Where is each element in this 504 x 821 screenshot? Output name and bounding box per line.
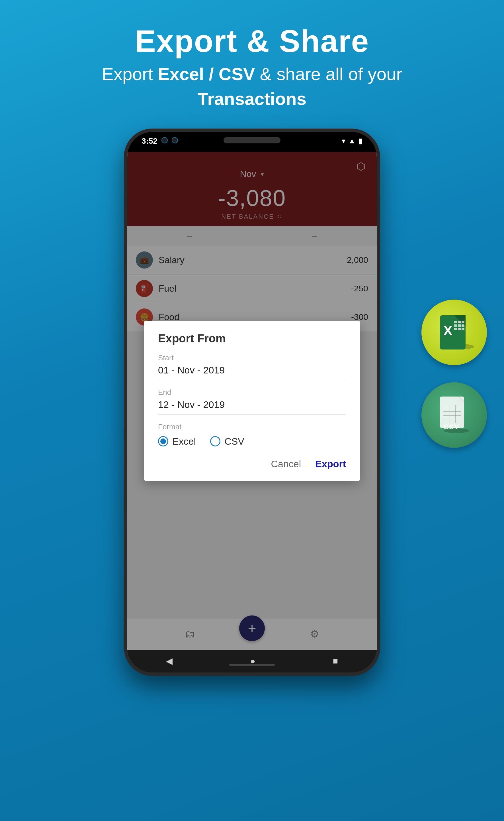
subtitle-text2: & share all of your xyxy=(255,64,402,84)
phone-bottom-indicator xyxy=(229,664,275,666)
back-button[interactable]: ◀ xyxy=(166,656,173,666)
status-time: 3:52 xyxy=(142,136,157,146)
svg-rect-8 xyxy=(462,324,464,327)
svg-rect-6 xyxy=(454,324,457,327)
side-icons: X xyxy=(421,300,487,448)
csv-option-label: CSV xyxy=(224,436,244,447)
subtitle-text1: Export xyxy=(102,64,158,84)
svg-text:CSV: CSV xyxy=(444,423,459,431)
wifi-icon: ▾ xyxy=(342,136,345,145)
svg-rect-7 xyxy=(458,324,461,327)
csv-radio[interactable] xyxy=(210,436,220,446)
svg-rect-11 xyxy=(462,328,464,330)
svg-rect-10 xyxy=(458,328,461,330)
csv-icon-circle: CSV xyxy=(421,382,487,448)
phone-wrapper: 3:52 ▾ ▲ ▮ Nov ▾ ⬡ -3,080 xyxy=(124,128,380,676)
phone-nav-bar: ◀ ● ■ xyxy=(127,650,377,673)
page-title: Export & Share xyxy=(102,23,402,59)
dialog-title: Export From xyxy=(158,332,346,345)
status-bar: 3:52 ▾ ▲ ▮ xyxy=(127,136,377,146)
csv-svg: CSV xyxy=(431,392,477,438)
start-label: Start xyxy=(158,354,346,362)
subtitle-transactions: Transactions xyxy=(198,89,306,109)
excel-svg: X xyxy=(431,310,477,355)
svg-rect-3 xyxy=(454,321,457,323)
app-screen: Nov ▾ ⬡ -3,080 NET BALANCE ↻ ─ ─ xyxy=(127,152,377,650)
export-dialog: Export From Start 01 - Nov - 2019 End 12… xyxy=(144,321,360,481)
end-value[interactable]: 12 - Nov - 2019 xyxy=(158,399,346,414)
excel-option-label: Excel xyxy=(172,436,196,447)
cancel-button[interactable]: Cancel xyxy=(271,458,301,469)
csv-option[interactable]: CSV xyxy=(210,436,244,447)
status-icons: ▾ ▲ ▮ xyxy=(342,136,362,145)
format-label: Format xyxy=(158,422,346,431)
end-label: End xyxy=(158,388,346,397)
signal-icon: ▲ xyxy=(348,136,356,145)
svg-rect-4 xyxy=(458,321,461,323)
dialog-actions: Cancel Export xyxy=(158,458,346,469)
main-content: 3:52 ▾ ▲ ▮ Nov ▾ ⬡ -3,080 xyxy=(0,128,504,676)
format-section: Format Excel CSV xyxy=(158,422,346,447)
phone-side-button xyxy=(377,246,380,275)
battery-icon: ▮ xyxy=(358,136,362,145)
phone: 3:52 ▾ ▲ ▮ Nov ▾ ⬡ -3,080 xyxy=(124,128,380,676)
excel-icon-circle: X xyxy=(421,300,487,365)
excel-radio[interactable] xyxy=(158,436,168,446)
start-value[interactable]: 01 - Nov - 2019 xyxy=(158,365,346,380)
recent-button[interactable]: ■ xyxy=(333,656,338,666)
subtitle-bold: Excel / CSV xyxy=(158,64,255,84)
export-button[interactable]: Export xyxy=(315,458,346,469)
header-subtitle: Export Excel / CSV & share all of your T… xyxy=(102,62,402,111)
excel-option[interactable]: Excel xyxy=(158,436,196,447)
svg-text:X: X xyxy=(443,323,452,338)
excel-radio-inner xyxy=(160,438,166,444)
dialog-overlay[interactable]: Export From Start 01 - Nov - 2019 End 12… xyxy=(127,152,377,650)
svg-rect-5 xyxy=(462,321,464,323)
svg-rect-9 xyxy=(454,328,457,330)
header-section: Export & Share Export Excel / CSV & shar… xyxy=(102,23,402,111)
format-options: Excel CSV xyxy=(158,436,346,447)
